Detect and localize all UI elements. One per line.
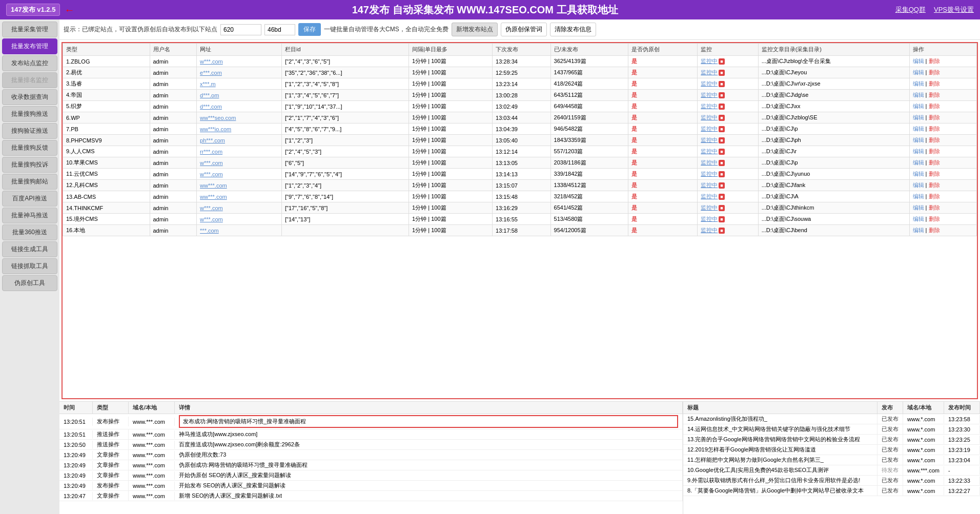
del-link[interactable]: 删除: [929, 193, 940, 199]
edit-link[interactable]: 编辑: [913, 171, 924, 177]
edit-link[interactable]: 编辑: [913, 159, 924, 166]
edit-link[interactable]: 编辑: [913, 148, 924, 154]
ops-cell[interactable]: 编辑 | 删除: [909, 169, 976, 180]
sidebar-btn-批量360推送[interactable]: 批量360推送: [2, 224, 57, 240]
del-link[interactable]: 删除: [929, 204, 940, 211]
sidebar-btn-批量神马推送[interactable]: 批量神马推送: [2, 208, 57, 223]
table-cell: ["1","2","3"]: [281, 135, 409, 146]
monitor-cell[interactable]: 监控中■: [698, 67, 758, 78]
table-cell: admin: [150, 67, 197, 78]
sidebar-btn-批量搜狗反馈[interactable]: 批量搜狗反馈: [2, 140, 57, 156]
monitor-cell[interactable]: 监控中■: [698, 180, 758, 191]
del-link[interactable]: 删除: [929, 137, 940, 143]
table-cell: 946/5482篇: [550, 124, 628, 135]
monitor-cell[interactable]: 监控中■: [698, 90, 758, 101]
table-cell: 13:15:48: [493, 191, 551, 202]
edit-link[interactable]: 编辑: [913, 92, 924, 98]
sidebar-btn-百度API推送[interactable]: 百度API推送: [2, 191, 57, 207]
monitor-cell[interactable]: 监控中■: [698, 146, 758, 157]
monitor-cell[interactable]: 监控中■: [698, 124, 758, 135]
table-cell: 13:00:28: [493, 90, 551, 101]
table-cell: ***.com: [197, 225, 282, 236]
del-link[interactable]: 删除: [929, 114, 940, 120]
monitor-cell[interactable]: 监控中■: [698, 225, 758, 236]
del-link[interactable]: 删除: [929, 80, 940, 87]
ops-cell[interactable]: 编辑 | 删除: [909, 157, 976, 169]
ops-cell[interactable]: 编辑 | 删除: [909, 225, 976, 236]
edit-link[interactable]: 编辑: [913, 182, 924, 188]
monitor-cell[interactable]: 监控中■: [698, 112, 758, 124]
ops-cell[interactable]: 编辑 | 删除: [909, 67, 976, 78]
table-cell: ["35","2","36","38","6...]: [281, 67, 409, 78]
monitor-cell[interactable]: 监控中■: [698, 56, 758, 67]
del-link[interactable]: 删除: [929, 171, 940, 177]
ops-cell[interactable]: 编辑 | 删除: [909, 191, 976, 202]
ops-cell[interactable]: 编辑 | 删除: [909, 56, 976, 67]
edit-link[interactable]: 编辑: [913, 103, 924, 109]
monitor-cell[interactable]: 监控中■: [698, 101, 758, 112]
vps-settings-link[interactable]: VPS拨号设置: [934, 5, 974, 14]
table-cell: 13:04:39: [493, 124, 551, 135]
sidebar-btn-链接生成工具[interactable]: 链接生成工具: [2, 241, 57, 257]
table-row: 9.人人CMSadminrr***.com["2","4","5","3"]1分…: [63, 146, 977, 157]
ops-cell[interactable]: 编辑 | 删除: [909, 112, 976, 124]
edit-link[interactable]: 编辑: [913, 204, 924, 211]
monitor-cell[interactable]: 监控中■: [698, 78, 758, 90]
sidebar-btn-批量搜狗投诉[interactable]: 批量搜狗投诉: [2, 157, 57, 173]
qq-group-link[interactable]: 采集QQ群: [895, 5, 926, 14]
table-cell: w***.com: [197, 56, 282, 67]
sidebar-btn-批量发布管理[interactable]: 批量发布管理: [2, 38, 57, 54]
edit-link[interactable]: 编辑: [913, 58, 924, 64]
monitor-cell[interactable]: 监控中■: [698, 202, 758, 214]
edit-link[interactable]: 编辑: [913, 193, 924, 199]
token-suffix-input[interactable]: [264, 24, 295, 35]
right-status: 已发布: [877, 435, 903, 444]
sidebar-btn-搜狗验证推送[interactable]: 搜狗验证推送: [2, 123, 57, 139]
sidebar-btn-批量搜狗邮站[interactable]: 批量搜狗邮站: [2, 174, 57, 190]
monitor-cell[interactable]: 监控中■: [698, 135, 758, 146]
del-link[interactable]: 删除: [929, 126, 940, 132]
ops-cell[interactable]: 编辑 | 删除: [909, 214, 976, 225]
edit-link[interactable]: 编辑: [913, 227, 924, 233]
sidebar-btn-发布站点监控[interactable]: 发布站点监控: [2, 55, 57, 71]
ops-cell[interactable]: 编辑 | 删除: [909, 135, 976, 146]
edit-link[interactable]: 编辑: [913, 137, 924, 143]
edit-link[interactable]: 编辑: [913, 126, 924, 132]
del-link[interactable]: 删除: [929, 159, 940, 166]
sidebar-btn-批量搜狗推送[interactable]: 批量搜狗推送: [2, 106, 57, 122]
ops-cell[interactable]: 编辑 | 删除: [909, 90, 976, 101]
sidebar-btn-批量采集管理[interactable]: 批量采集管理: [2, 22, 57, 37]
ops-cell[interactable]: 编辑 | 删除: [909, 180, 976, 191]
token-input[interactable]: [220, 24, 261, 35]
del-link[interactable]: 删除: [929, 227, 940, 233]
clear-info-button[interactable]: 清除发布信息: [550, 23, 596, 36]
monitor-cell[interactable]: 监控中■: [698, 169, 758, 180]
ops-cell[interactable]: 编辑 | 删除: [909, 78, 976, 90]
monitor-cell[interactable]: 监控中■: [698, 191, 758, 202]
del-link[interactable]: 删除: [929, 103, 940, 109]
del-link[interactable]: 删除: [929, 92, 940, 98]
del-link[interactable]: 删除: [929, 58, 940, 64]
edit-link[interactable]: 编辑: [913, 216, 924, 222]
ops-cell[interactable]: 编辑 | 删除: [909, 202, 976, 214]
monitor-cell[interactable]: 监控中■: [698, 214, 758, 225]
sidebar-btn-收录数据查询[interactable]: 收录数据查询: [2, 89, 57, 105]
table-cell: 15.境外CMS: [63, 214, 150, 225]
ops-cell[interactable]: 编辑 | 删除: [909, 146, 976, 157]
save-button[interactable]: 保存: [298, 23, 321, 36]
del-link[interactable]: 删除: [929, 148, 940, 154]
sidebar-btn-伪原创工具[interactable]: 伪原创工具: [2, 275, 57, 291]
edit-link[interactable]: 编辑: [913, 114, 924, 120]
edit-link[interactable]: 编辑: [913, 69, 924, 75]
del-link[interactable]: 删除: [929, 69, 940, 75]
sidebar-btn-链接抓取工具[interactable]: 链接抓取工具: [2, 258, 57, 274]
log-type: 文章操作: [93, 460, 129, 470]
edit-link[interactable]: 编辑: [913, 80, 924, 87]
monitor-cell[interactable]: 监控中■: [698, 157, 758, 169]
del-link[interactable]: 删除: [929, 182, 940, 188]
pseudo-keyword-button[interactable]: 伪原创保管词: [501, 23, 547, 36]
new-site-button[interactable]: 新增发布站点: [452, 23, 498, 36]
del-link[interactable]: 删除: [929, 216, 940, 222]
ops-cell[interactable]: 编辑 | 删除: [909, 101, 976, 112]
ops-cell[interactable]: 编辑 | 删除: [909, 124, 976, 135]
